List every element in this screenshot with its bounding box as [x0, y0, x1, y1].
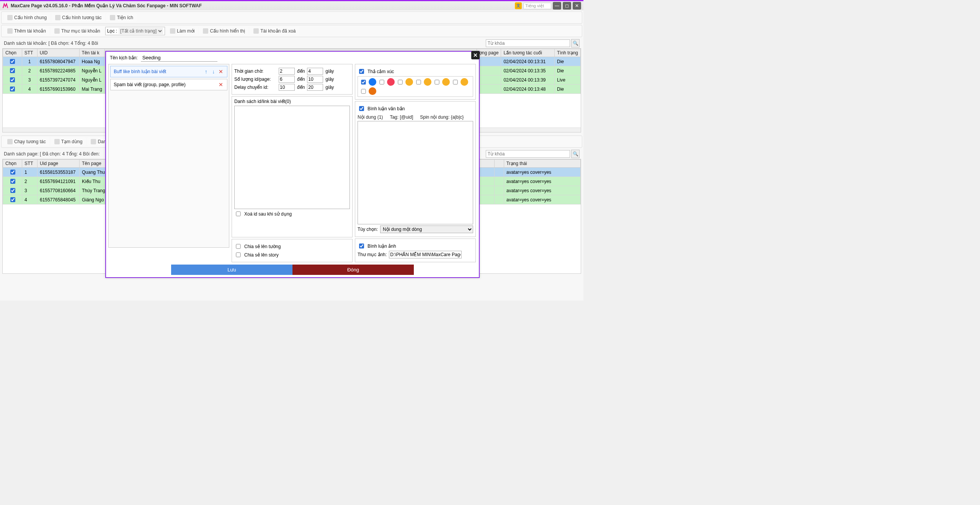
delete-icon[interactable]: ✕ [218, 69, 224, 75]
script-item[interactable]: Buff like bình luận bài viết ↑ ↓ ✕ [110, 66, 227, 77]
to: đến [297, 69, 305, 74]
tag-hint: Tag: [@uid] [390, 114, 413, 120]
col-trangthai[interactable]: Trạng thái [504, 160, 580, 168]
row-checkbox[interactable] [10, 87, 15, 92]
content-mode-select[interactable]: Nội dung một dòng [380, 226, 473, 233]
share-story-checkbox[interactable] [236, 252, 240, 257]
row-checkbox[interactable] [10, 188, 15, 193]
react-care-checkbox[interactable] [398, 80, 402, 84]
spin-hint: Spin nội dung: {a|b|c} [420, 114, 464, 120]
qty-from[interactable] [279, 76, 295, 83]
react-love-checkbox[interactable] [379, 80, 384, 84]
idlist-textarea[interactable] [234, 106, 350, 209]
delay-from[interactable] [279, 84, 295, 91]
content-count: Nội dung (1) [358, 114, 383, 120]
care-icon [405, 78, 413, 86]
qty-label: Số lượng id/page: [234, 77, 276, 82]
col-chon[interactable]: Chọn [3, 49, 22, 57]
wait-to[interactable] [307, 68, 323, 75]
filter-box[interactable]: Lọc : [Tất cả tình trạng] [105, 27, 165, 35]
them-tai-khoan-button[interactable]: Thêm tài khoản [4, 27, 49, 35]
col-chon[interactable]: Chọn [3, 160, 22, 168]
script-name-label: Tên kịch bản: [110, 55, 138, 60]
col-slpage[interactable]: ợng page [477, 49, 501, 57]
comment-text-panel: Bình luận văn bản Nội dung (1) Tag: [@ui… [355, 101, 476, 237]
tam-dung-button[interactable]: Tạm dừng [51, 137, 86, 146]
comment-textarea[interactable] [358, 121, 473, 224]
col-status[interactable]: Tình trạng [554, 49, 580, 57]
row-checkbox[interactable] [10, 68, 15, 73]
row-checkbox[interactable] [10, 197, 15, 202]
save-button[interactable]: Lưu [171, 265, 292, 275]
cau-hinh-tuong-tac-button[interactable]: Cấu hình tương tác [52, 13, 105, 22]
react-haha-checkbox[interactable] [416, 80, 421, 84]
pages-keyword-input[interactable] [486, 150, 570, 158]
move-down-icon[interactable]: ↓ [211, 69, 217, 75]
row-checkbox[interactable] [10, 179, 15, 184]
share-wall-checkbox[interactable] [236, 244, 240, 248]
script-item[interactable]: Spam bài viết (group, page, profile) ✕ [110, 79, 227, 90]
react-like-checkbox[interactable] [361, 80, 366, 84]
delay-to[interactable] [307, 84, 323, 91]
chay-tuong-tac-button[interactable]: Chạy tương tác [4, 137, 49, 146]
image-folder-input[interactable] [389, 251, 462, 258]
label: Cấu hình hiển thị [210, 28, 245, 34]
script-label: Spam bài viết (group, page, profile) [114, 82, 186, 87]
filter-select[interactable]: [Tất cả tình trạng] [119, 28, 163, 34]
col-uid[interactable]: UID [37, 49, 79, 57]
row-checkbox[interactable] [10, 77, 15, 82]
xoa-id-checkbox[interactable] [236, 211, 240, 216]
tai-khoan-da-xoa-button[interactable]: Tài khoản đã xoá [250, 27, 299, 35]
cau-hinh-hien-thi-button[interactable]: Cấu hình hiển thị [199, 27, 248, 35]
comment-image-checkbox[interactable] [359, 244, 364, 248]
wait-from[interactable] [279, 68, 295, 75]
minimize-button[interactable]: — [553, 2, 561, 10]
comment-text-checkbox[interactable] [359, 106, 364, 111]
script-name-input[interactable] [141, 54, 217, 62]
reactions-label: Thả cảm xúc [368, 69, 394, 74]
filter-label: Lọc : [107, 28, 117, 34]
label: Tiện ích [117, 15, 133, 20]
col-last[interactable]: Lần tương tác cuối [501, 49, 555, 57]
delete-icon[interactable]: ✕ [218, 82, 224, 88]
react-wow-checkbox[interactable] [434, 80, 439, 84]
reactions-checkbox[interactable] [359, 69, 364, 74]
close-button[interactable]: ✕ [573, 2, 581, 10]
cau-hinh-chung-button[interactable]: Cấu hình chung [4, 13, 50, 22]
sad-icon [461, 78, 468, 86]
maximize-button[interactable]: ◻ [563, 2, 571, 10]
tien-ich-button[interactable]: Tiện ích [106, 13, 137, 22]
modal-close-button[interactable]: ✕ [471, 51, 480, 59]
label: Làm mới [177, 28, 194, 34]
pause-icon [54, 139, 60, 144]
col-stt[interactable]: STT [22, 160, 38, 168]
thu-muc-tai-khoan-button[interactable]: Thư mục tài khoản [51, 27, 104, 35]
move-up-icon[interactable]: ↑ [203, 69, 209, 75]
label: Cấu hình chung [14, 15, 47, 20]
share-wall-label: Chia sẻ lên tường [244, 244, 281, 249]
row-checkbox[interactable] [10, 170, 15, 175]
gear-icon [7, 15, 13, 20]
window-title: MaxCare Page v24.05.16.0 - Phần Mềm Quản… [11, 3, 202, 8]
language-select[interactable]: Tiếng việt [523, 3, 551, 9]
accounts-search-button[interactable]: 🔍 [571, 39, 580, 47]
translate-icon: 文 [515, 2, 522, 9]
accounts-keyword-input[interactable] [486, 39, 570, 47]
user-plus-icon [7, 28, 13, 34]
qty-to[interactable] [307, 76, 323, 83]
to: đến [297, 77, 305, 82]
react-angry-checkbox[interactable] [361, 89, 366, 93]
col-ten[interactable]: Tên tài k [79, 49, 105, 57]
react-sad-checkbox[interactable] [453, 80, 457, 84]
lam-moi-button[interactable]: Làm mới [167, 27, 198, 35]
sec: giây [325, 77, 334, 82]
col-ten[interactable]: Tên page [80, 160, 108, 168]
modal-buttons: Lưu Đóng [106, 265, 479, 277]
col-stt[interactable]: STT [22, 49, 37, 57]
list-icon [91, 139, 96, 144]
row-checkbox[interactable] [10, 59, 15, 64]
pages-search-button[interactable]: 🔍 [571, 150, 580, 158]
comment-image-label: Bình luận ảnh [368, 244, 396, 249]
col-uid[interactable]: Uid page [38, 160, 80, 168]
close-modal-button[interactable]: Đóng [292, 265, 414, 275]
